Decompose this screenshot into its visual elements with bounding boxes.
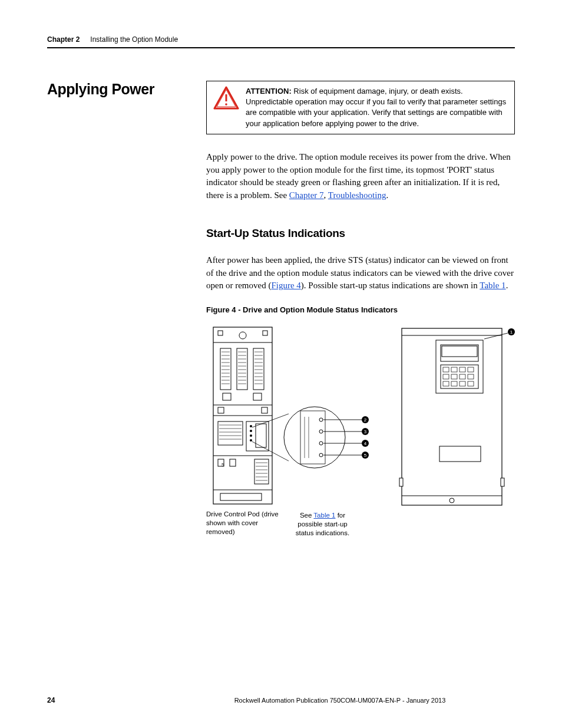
svg-point-56	[250, 430, 252, 432]
link-figure-4[interactable]: Figure 4	[271, 281, 300, 290]
pod-caption: Drive Control Pod (drive shown with cove…	[206, 510, 283, 536]
section-heading: Applying Power	[47, 81, 206, 98]
page-footer: 24 Rockwell Automation Publication 750CO…	[47, 696, 515, 704]
svg-point-57	[250, 434, 252, 437]
svg-point-55	[250, 425, 252, 427]
page: Chapter 2 Installing the Option Module A…	[0, 0, 562, 728]
para2-text-post: .	[506, 281, 508, 290]
svg-rect-117	[501, 478, 504, 486]
attention-text: ATTENTION: Risk of equipment damage, inj…	[246, 81, 514, 134]
header-title: Installing the Option Module	[90, 35, 178, 44]
svg-point-58	[250, 439, 252, 442]
warning-triangle-icon	[213, 86, 239, 110]
svg-rect-95	[402, 328, 502, 505]
callout-1-icon: 1	[508, 328, 515, 335]
para1-text-mid: ,	[324, 190, 328, 200]
page-header: Chapter 2 Installing the Option Module	[47, 35, 515, 48]
page-number: 24	[47, 696, 165, 704]
attention-box: ATTENTION: Risk of equipment damage, inj…	[206, 81, 515, 134]
svg-text:2: 2	[364, 417, 367, 423]
callout-2-icon: 2	[362, 416, 369, 423]
svg-text:5: 5	[364, 453, 367, 458]
callout-4-icon: 4	[362, 440, 369, 447]
svg-rect-116	[399, 478, 403, 486]
publication-info: Rockwell Automation Publication 750COM-U…	[165, 697, 515, 704]
link-troubleshooting[interactable]: Troubleshooting	[328, 190, 386, 200]
link-table-1[interactable]: Table 1	[480, 281, 505, 290]
right-column: ATTENTION: Risk of equipment damage, inj…	[206, 81, 515, 558]
link-table-1-figure[interactable]: Table 1	[313, 512, 335, 519]
figure-note-pre: See	[300, 512, 313, 519]
svg-point-75	[284, 407, 345, 468]
paragraph-1: Apply power to the drive. The option mod…	[206, 151, 515, 202]
header-chapter: Chapter 2	[47, 35, 80, 44]
svg-point-3	[225, 103, 227, 106]
callout-5-icon: 5	[362, 452, 369, 459]
drive-control-pod-icon: 5	[213, 327, 272, 504]
drive-front-icon	[399, 328, 504, 505]
figure-caption: Figure 4 - Drive and Option Module Statu…	[206, 305, 515, 314]
svg-text:3: 3	[364, 429, 367, 434]
callout-3-icon: 3	[362, 428, 369, 435]
paragraph-2: After power has been applied, the drive …	[206, 254, 515, 292]
svg-text:1: 1	[510, 330, 513, 335]
attention-icon-cell	[207, 81, 246, 134]
figure-area: 5	[206, 322, 515, 558]
left-column: Applying Power	[47, 81, 206, 558]
figure-note: See Table 1 for possible start-up status…	[289, 511, 356, 538]
content-row: Applying Power ATTENTION: Risk of equipm…	[47, 81, 515, 558]
para2-text-mid: ). Possible start-up status indications …	[301, 281, 480, 290]
svg-text:4: 4	[364, 441, 367, 446]
link-chapter-7[interactable]: Chapter 7	[289, 190, 324, 200]
subsection-heading: Start-Up Status Indications	[206, 227, 515, 240]
para1-text-post: .	[386, 190, 388, 200]
attention-label: ATTENTION:	[246, 87, 292, 95]
